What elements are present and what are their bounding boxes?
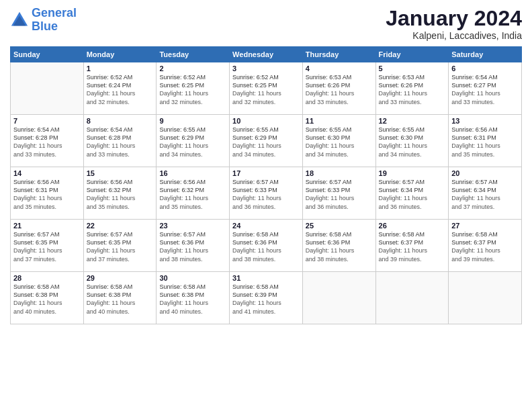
day-info: Sunrise: 6:57 AM Sunset: 6:36 PM Dayligh…: [159, 230, 226, 263]
day-info: Sunrise: 6:56 AM Sunset: 6:32 PM Dayligh…: [87, 178, 154, 211]
day-number: 9: [159, 117, 226, 125]
day-number: 16: [159, 169, 226, 177]
table-row: 13 Sunrise: 6:56 AM Sunset: 6:31 PM Dayl…: [449, 115, 522, 167]
table-row: [302, 272, 375, 324]
day-info: Sunrise: 6:56 AM Sunset: 6:32 PM Dayligh…: [159, 178, 226, 211]
day-info: Sunrise: 6:55 AM Sunset: 6:29 PM Dayligh…: [232, 126, 300, 158]
day-number: 27: [451, 222, 519, 230]
day-info: Sunrise: 6:55 AM Sunset: 6:29 PM Dayligh…: [159, 126, 226, 158]
day-number: 11: [306, 117, 373, 125]
table-row: 1 Sunrise: 6:52 AM Sunset: 6:24 PM Dayli…: [83, 62, 157, 115]
day-info: Sunrise: 6:58 AM Sunset: 6:37 PM Dayligh…: [451, 230, 519, 263]
day-info: Sunrise: 6:53 AM Sunset: 6:26 PM Dayligh…: [379, 73, 446, 106]
table-row: 29 Sunrise: 6:58 AM Sunset: 6:38 PM Dayl…: [83, 272, 157, 324]
col-sunday: Sunday: [11, 47, 84, 62]
table-row: 14 Sunrise: 6:56 AM Sunset: 6:31 PM Dayl…: [11, 167, 84, 220]
month-title: January 2024: [386, 7, 522, 30]
day-info: Sunrise: 6:57 AM Sunset: 6:35 PM Dayligh…: [87, 230, 154, 263]
table-row: 2 Sunrise: 6:52 AM Sunset: 6:25 PM Dayli…: [157, 62, 230, 115]
calendar-week-4: 28 Sunrise: 6:58 AM Sunset: 6:38 PM Dayl…: [11, 272, 522, 324]
table-row: 28 Sunrise: 6:58 AM Sunset: 6:38 PM Dayl…: [11, 272, 84, 324]
day-number: 28: [13, 274, 81, 282]
logo-icon: [10, 11, 29, 30]
table-row: 10 Sunrise: 6:55 AM Sunset: 6:29 PM Dayl…: [230, 115, 303, 167]
col-tuesday: Tuesday: [157, 47, 230, 62]
day-info: Sunrise: 6:52 AM Sunset: 6:24 PM Dayligh…: [87, 73, 154, 106]
table-row: [11, 62, 84, 115]
day-info: Sunrise: 6:57 AM Sunset: 6:34 PM Dayligh…: [451, 178, 519, 211]
day-number: 12: [379, 117, 446, 125]
table-row: 18 Sunrise: 6:57 AM Sunset: 6:33 PM Dayl…: [302, 167, 375, 220]
location: Kalpeni, Laccadives, India: [386, 30, 522, 41]
day-info: Sunrise: 6:57 AM Sunset: 6:33 PM Dayligh…: [232, 178, 300, 211]
day-number: 19: [379, 169, 446, 177]
day-info: Sunrise: 6:58 AM Sunset: 6:38 PM Dayligh…: [87, 283, 154, 316]
day-number: 21: [13, 222, 81, 230]
day-number: 13: [451, 117, 519, 125]
day-number: 29: [87, 274, 154, 282]
day-info: Sunrise: 6:54 AM Sunset: 6:27 PM Dayligh…: [451, 73, 519, 106]
day-info: Sunrise: 6:53 AM Sunset: 6:26 PM Dayligh…: [306, 73, 373, 106]
day-info: Sunrise: 6:58 AM Sunset: 6:38 PM Dayligh…: [159, 283, 226, 316]
col-thursday: Thursday: [302, 47, 375, 62]
col-friday: Friday: [375, 47, 449, 62]
table-row: 16 Sunrise: 6:56 AM Sunset: 6:32 PM Dayl…: [157, 167, 230, 220]
day-info: Sunrise: 6:58 AM Sunset: 6:38 PM Dayligh…: [13, 283, 81, 316]
logo: General Blue: [10, 7, 77, 34]
day-number: 20: [451, 169, 519, 177]
day-info: Sunrise: 6:57 AM Sunset: 6:34 PM Dayligh…: [379, 178, 446, 211]
table-row: 3 Sunrise: 6:52 AM Sunset: 6:25 PM Dayli…: [230, 62, 303, 115]
day-info: Sunrise: 6:58 AM Sunset: 6:36 PM Dayligh…: [232, 230, 300, 263]
day-number: 18: [306, 169, 373, 177]
table-row: 9 Sunrise: 6:55 AM Sunset: 6:29 PM Dayli…: [157, 115, 230, 167]
table-row: 4 Sunrise: 6:53 AM Sunset: 6:26 PM Dayli…: [302, 62, 375, 115]
calendar-body: 1 Sunrise: 6:52 AM Sunset: 6:24 PM Dayli…: [11, 62, 522, 324]
day-info: Sunrise: 6:52 AM Sunset: 6:25 PM Dayligh…: [159, 73, 226, 106]
logo-line2: Blue: [32, 19, 58, 33]
day-number: 31: [232, 274, 300, 282]
header-row: Sunday Monday Tuesday Wednesday Thursday…: [11, 47, 522, 62]
table-row: 11 Sunrise: 6:55 AM Sunset: 6:30 PM Dayl…: [302, 115, 375, 167]
day-number: 22: [87, 222, 154, 230]
table-row: 27 Sunrise: 6:58 AM Sunset: 6:37 PM Dayl…: [449, 220, 522, 272]
header: General Blue January 2024 Kalpeni, Lacca…: [10, 7, 522, 41]
calendar-week-3: 21 Sunrise: 6:57 AM Sunset: 6:35 PM Dayl…: [11, 220, 522, 272]
day-number: 8: [87, 117, 154, 125]
day-number: 10: [232, 117, 300, 125]
table-row: 17 Sunrise: 6:57 AM Sunset: 6:33 PM Dayl…: [230, 167, 303, 220]
table-row: [449, 272, 522, 324]
day-number: 23: [159, 222, 226, 230]
table-row: 30 Sunrise: 6:58 AM Sunset: 6:38 PM Dayl…: [157, 272, 230, 324]
day-info: Sunrise: 6:56 AM Sunset: 6:31 PM Dayligh…: [13, 178, 81, 211]
table-row: [375, 272, 449, 324]
day-number: 14: [13, 169, 81, 177]
table-row: 22 Sunrise: 6:57 AM Sunset: 6:35 PM Dayl…: [83, 220, 157, 272]
day-number: 30: [159, 274, 226, 282]
table-row: 21 Sunrise: 6:57 AM Sunset: 6:35 PM Dayl…: [11, 220, 84, 272]
table-row: 25 Sunrise: 6:58 AM Sunset: 6:36 PM Dayl…: [302, 220, 375, 272]
day-number: 15: [87, 169, 154, 177]
day-number: 4: [306, 64, 373, 73]
day-number: 2: [159, 64, 226, 73]
page: General Blue January 2024 Kalpeni, Lacca…: [0, 0, 532, 411]
col-saturday: Saturday: [449, 47, 522, 62]
title-block: January 2024 Kalpeni, Laccadives, India: [386, 7, 522, 41]
day-info: Sunrise: 6:54 AM Sunset: 6:28 PM Dayligh…: [87, 126, 154, 158]
day-info: Sunrise: 6:58 AM Sunset: 6:36 PM Dayligh…: [306, 230, 373, 263]
calendar-week-1: 7 Sunrise: 6:54 AM Sunset: 6:28 PM Dayli…: [11, 115, 522, 167]
table-row: 7 Sunrise: 6:54 AM Sunset: 6:28 PM Dayli…: [11, 115, 84, 167]
table-row: 31 Sunrise: 6:58 AM Sunset: 6:39 PM Dayl…: [230, 272, 303, 324]
day-info: Sunrise: 6:55 AM Sunset: 6:30 PM Dayligh…: [306, 126, 373, 158]
day-info: Sunrise: 6:58 AM Sunset: 6:39 PM Dayligh…: [232, 283, 300, 316]
day-info: Sunrise: 6:56 AM Sunset: 6:31 PM Dayligh…: [451, 126, 519, 158]
table-row: 26 Sunrise: 6:58 AM Sunset: 6:37 PM Dayl…: [375, 220, 449, 272]
day-number: 17: [232, 169, 300, 177]
day-info: Sunrise: 6:54 AM Sunset: 6:28 PM Dayligh…: [13, 126, 81, 158]
day-number: 25: [306, 222, 373, 230]
day-info: Sunrise: 6:58 AM Sunset: 6:37 PM Dayligh…: [379, 230, 446, 263]
day-number: 7: [13, 117, 81, 125]
table-row: 12 Sunrise: 6:55 AM Sunset: 6:30 PM Dayl…: [375, 115, 449, 167]
table-row: 6 Sunrise: 6:54 AM Sunset: 6:27 PM Dayli…: [449, 62, 522, 115]
day-number: 6: [451, 64, 519, 73]
logo-text: General Blue: [32, 7, 77, 34]
